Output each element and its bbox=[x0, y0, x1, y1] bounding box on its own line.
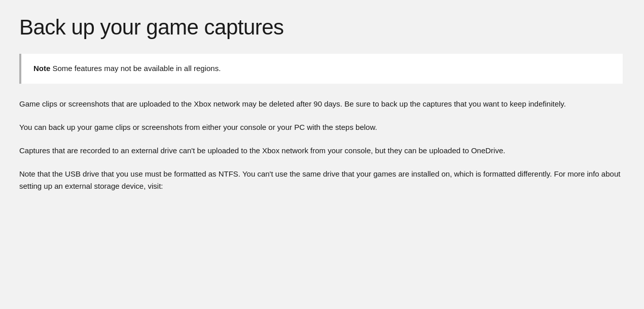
note-text: Note Some features may not be available … bbox=[33, 63, 611, 75]
paragraph-4: Note that the USB drive that you use mus… bbox=[19, 168, 623, 192]
note-box: Note Some features may not be available … bbox=[19, 54, 623, 84]
page-title: Back up your game captures bbox=[19, 15, 625, 40]
paragraph-2: You can back up your game clips or scree… bbox=[19, 121, 623, 133]
note-body: Some features may not be available in al… bbox=[50, 64, 221, 73]
paragraph-1: Game clips or screenshots that are uploa… bbox=[19, 98, 623, 110]
paragraph-3: Captures that are recorded to an externa… bbox=[19, 145, 623, 157]
note-bold: Note bbox=[33, 64, 50, 73]
